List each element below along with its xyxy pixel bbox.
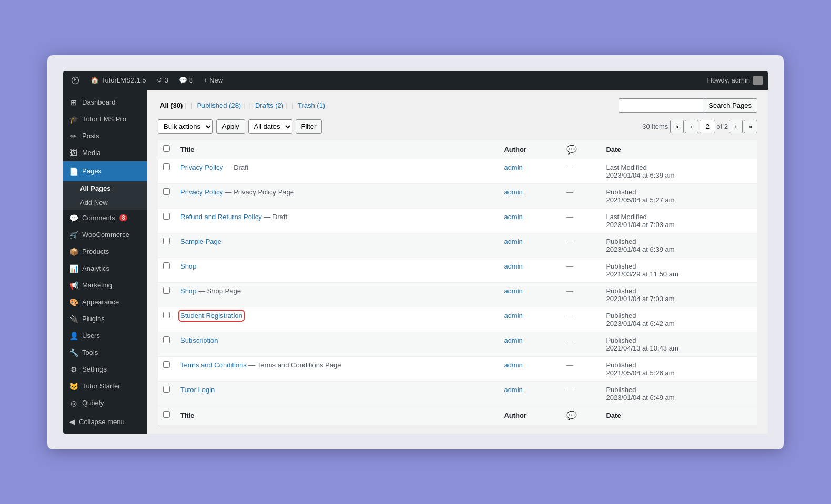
- sidebar-item-woocommerce[interactable]: 🛒 WooCommerce: [63, 227, 147, 243]
- author-link[interactable]: admin: [504, 287, 522, 295]
- comment-icon-header: 💬: [566, 145, 577, 154]
- sidebar-item-analytics[interactable]: 📊 Analytics: [63, 260, 147, 277]
- toolbar-right: 30 items « ‹ of 2 › »: [642, 120, 757, 133]
- updates-item[interactable]: ↺ 3: [153, 71, 173, 90]
- row-checkbox[interactable]: [163, 386, 170, 393]
- page-title-link[interactable]: Shop: [180, 287, 196, 295]
- sidebar-item-settings[interactable]: ⚙ Settings: [63, 361, 147, 378]
- date-value: 2021/05/04 at 5:26 am: [606, 369, 752, 377]
- row-checkbox[interactable]: [163, 361, 170, 368]
- select-all-footer-checkbox[interactable]: [163, 411, 170, 418]
- author-link[interactable]: admin: [504, 188, 522, 196]
- sidebar-item-media[interactable]: 🖼 Media: [63, 145, 147, 161]
- collapse-menu-button[interactable]: ◀ Collapse menu: [63, 414, 147, 430]
- footer-checkbox-cell: [158, 406, 175, 425]
- sidebar-item-users[interactable]: 👤 Users: [63, 327, 147, 344]
- new-item[interactable]: + New: [199, 71, 227, 90]
- author-link[interactable]: admin: [504, 262, 522, 270]
- row-checkbox[interactable]: [163, 312, 170, 318]
- comments-icon: 💬: [69, 214, 78, 222]
- page-title-link[interactable]: Privacy Policy: [180, 188, 223, 196]
- footer-title-label: Title: [180, 412, 195, 419]
- page-title-link[interactable]: Privacy Policy: [180, 163, 223, 171]
- pages-icon: 📄: [69, 167, 78, 176]
- header-author: Author: [499, 140, 561, 159]
- row-checkbox[interactable]: [163, 163, 170, 170]
- row-checkbox-cell: [158, 183, 175, 208]
- site-name-item[interactable]: 🏠 TutorLMS2.1.5: [86, 71, 150, 90]
- sidebar-item-qubely[interactable]: ◎ Qubely: [63, 395, 147, 412]
- date-value: 2023/01/04 at 6:42 am: [606, 320, 752, 327]
- page-title-link[interactable]: Shop: [180, 262, 196, 270]
- row-checkbox[interactable]: [163, 262, 170, 269]
- page-title-link[interactable]: Subscription: [180, 336, 218, 344]
- last-page-button[interactable]: »: [744, 120, 757, 133]
- author-link[interactable]: admin: [504, 336, 522, 344]
- table-row: Privacy Policy — Privacy Policy Pageadmi…: [158, 183, 757, 208]
- sidebar-item-posts[interactable]: ✏ Posts: [63, 128, 147, 145]
- comment-icon-footer: 💬: [566, 411, 577, 420]
- author-link[interactable]: admin: [504, 386, 522, 394]
- page-title-link[interactable]: Terms and Conditions: [180, 361, 247, 369]
- row-checkbox[interactable]: [163, 336, 170, 343]
- select-all-checkbox[interactable]: [163, 145, 170, 152]
- all-dates-dropdown[interactable]: All dates: [248, 119, 292, 134]
- table-row: Sample Pageadmin—Published2023/01/04 at …: [158, 233, 757, 258]
- row-checkbox-cell: [158, 381, 175, 406]
- bulk-actions-dropdown[interactable]: Bulk actions: [158, 119, 213, 134]
- page-title-link[interactable]: Student Registration: [180, 312, 242, 320]
- page-title-suffix: — Draft: [223, 163, 248, 171]
- tutor-starter-icon: 🐱: [69, 382, 78, 390]
- row-date-cell: Last Modified2023/01/04 at 7:03 am: [601, 208, 757, 233]
- filter-drafts[interactable]: Drafts (2): [253, 101, 290, 109]
- apply-button[interactable]: Apply: [216, 119, 245, 134]
- sub-item-all-pages[interactable]: All Pages: [63, 181, 147, 196]
- sidebar-item-marketing[interactable]: 📢 Marketing: [63, 277, 147, 294]
- filter-published[interactable]: Published (28): [195, 101, 247, 109]
- table-row: Refund and Returns Policy — Draftadmin—L…: [158, 208, 757, 233]
- author-link[interactable]: admin: [504, 213, 522, 221]
- page-title-link[interactable]: Sample Page: [180, 238, 221, 245]
- prev-page-button[interactable]: ‹: [685, 120, 698, 133]
- filter-button[interactable]: Filter: [296, 119, 322, 134]
- wordpress-logo[interactable]: [68, 74, 82, 87]
- sidebar-item-tools[interactable]: 🔧 Tools: [63, 344, 147, 361]
- page-title-link[interactable]: Refund and Returns Policy: [180, 213, 262, 221]
- date-status: Published: [606, 188, 752, 196]
- next-page-button[interactable]: ›: [729, 120, 743, 133]
- author-link[interactable]: admin: [504, 312, 522, 320]
- search-pages-input[interactable]: [619, 98, 703, 113]
- author-link[interactable]: admin: [504, 163, 522, 171]
- author-link[interactable]: admin: [504, 238, 522, 245]
- sidebar-item-products[interactable]: 📦 Products: [63, 243, 147, 260]
- search-pages-button[interactable]: Search Pages: [703, 98, 757, 113]
- row-title-cell: Privacy Policy — Draft: [175, 159, 499, 183]
- sidebar-item-comments[interactable]: 💬 Comments 8: [63, 210, 147, 227]
- row-author-cell: admin: [499, 183, 561, 208]
- date-value: 2021/04/13 at 10:43 am: [606, 344, 752, 352]
- sidebar-item-tutor-lms-pro[interactable]: 🎓 Tutor LMS Pro: [63, 111, 147, 128]
- sidebar-item-pages[interactable]: 📄 Pages ◀: [63, 161, 147, 181]
- page-title-link[interactable]: Tutor Login: [180, 386, 215, 394]
- filter-all[interactable]: All (30): [158, 101, 189, 109]
- comments-item[interactable]: 💬 8: [175, 71, 197, 90]
- date-value: 2023/01/04 at 6:39 am: [606, 171, 752, 179]
- sidebar-item-plugins[interactable]: 🔌 Plugins: [63, 311, 147, 327]
- row-checkbox[interactable]: [163, 287, 170, 294]
- filter-trash[interactable]: Trash (1): [296, 101, 327, 109]
- row-comment-cell: —: [561, 307, 601, 332]
- total-pages: of 2: [716, 122, 728, 130]
- sidebar-item-appearance[interactable]: 🎨 Appearance: [63, 294, 147, 311]
- pager-nav: « ‹ of 2 › »: [670, 120, 757, 133]
- sub-item-add-new[interactable]: Add New: [63, 196, 147, 210]
- author-link[interactable]: admin: [504, 361, 522, 369]
- row-checkbox[interactable]: [163, 238, 170, 244]
- sidebar-item-dashboard[interactable]: ⊞ Dashboard: [63, 94, 147, 111]
- sidebar-item-tutor-starter[interactable]: 🐱 Tutor Starter: [63, 378, 147, 395]
- table-row: Tutor Loginadmin—Published2023/01/04 at …: [158, 381, 757, 406]
- row-checkbox[interactable]: [163, 213, 170, 220]
- row-title-cell: Sample Page: [175, 233, 499, 258]
- row-checkbox[interactable]: [163, 188, 170, 195]
- first-page-button[interactable]: «: [670, 120, 684, 133]
- current-page-input[interactable]: [700, 120, 715, 133]
